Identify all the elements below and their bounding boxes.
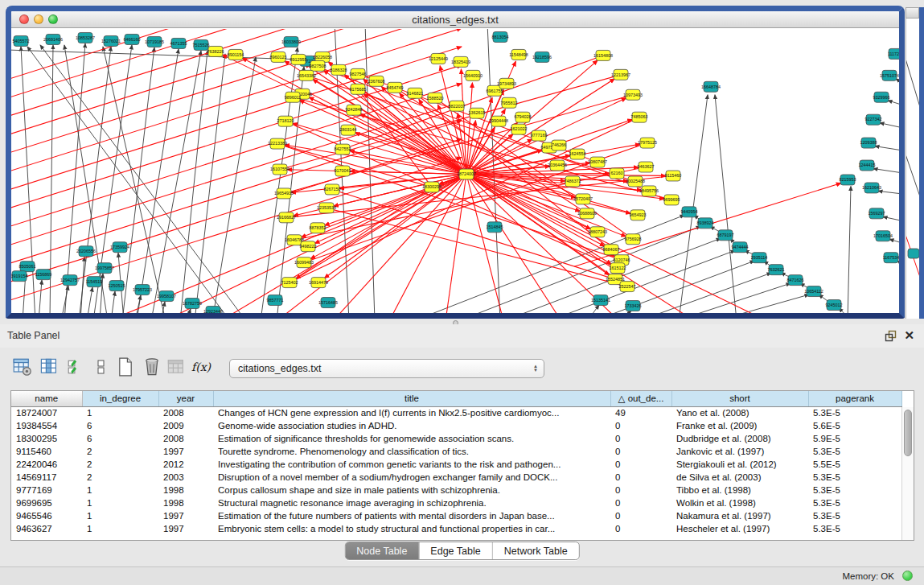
show-columns-icon[interactable] [38, 356, 60, 378]
table-cell[interactable]: 5.9E-5 [808, 432, 901, 445]
table-cell[interactable]: 2008 [158, 432, 213, 445]
table-cell[interactable]: 5.3E-5 [808, 406, 901, 419]
table-cell[interactable]: Yano et al. (2008) [671, 406, 808, 419]
table-cell[interactable]: 2003 [158, 471, 213, 484]
graph-edge[interactable] [880, 123, 899, 129]
table-cell[interactable]: 1997 [158, 509, 213, 522]
column-header-year[interactable]: year [158, 391, 213, 406]
table-cell[interactable]: Estimation of significance thresholds fo… [213, 432, 610, 445]
table-cell[interactable]: Corpus callosum shape and size in male p… [213, 484, 610, 496]
create-column-icon[interactable] [114, 356, 137, 378]
graph-edge[interactable] [40, 45, 246, 313]
graph-edge[interactable] [324, 174, 466, 278]
table-cell[interactable]: Franke et al. (2009) [671, 419, 808, 432]
table-cell[interactable]: Investigating the contribution of common… [213, 458, 610, 471]
table-row[interactable]: 1456911722003Disruption of a novel membe… [11, 471, 901, 484]
table-cell[interactable]: Structural magnetic resonance image aver… [213, 496, 610, 509]
graph-edge[interactable] [122, 47, 154, 313]
column-header-name[interactable]: name [11, 391, 82, 406]
table-row[interactable]: 946554611997Estimation of the future num… [11, 509, 901, 522]
graph-edge[interactable] [360, 113, 466, 174]
table-cell[interactable]: 19384554 [11, 419, 82, 432]
table-cell[interactable]: 14569117 [11, 471, 82, 484]
table-cell[interactable]: Embryonic stem cells: a model to study s… [213, 522, 610, 535]
table-cell[interactable]: 9465546 [11, 509, 82, 522]
table-cell[interactable]: 5.6E-5 [808, 419, 901, 432]
graph-edge[interactable] [889, 239, 899, 244]
table-cell[interactable]: 0 [610, 509, 671, 522]
graph-edge[interactable] [11, 139, 462, 283]
table-row[interactable]: 969969511998Structural magnetic resonanc… [11, 496, 901, 509]
table-cell[interactable]: 2 [82, 445, 158, 458]
table-cell[interactable]: 0 [610, 458, 671, 471]
table-cell[interactable]: Genome-wide association studies in ADHD. [213, 419, 610, 432]
column-header-out_de[interactable]: △ out_de... [610, 391, 671, 406]
table-cell[interactable]: 0 [610, 522, 671, 535]
graph-edge[interactable] [135, 295, 141, 313]
table-cell[interactable]: 22420046 [11, 458, 82, 471]
table-cell[interactable]: 0 [610, 471, 671, 484]
float-panel-icon[interactable] [885, 330, 897, 342]
column-header-in_degree[interactable]: in_degree [82, 391, 158, 406]
close-panel-icon[interactable]: ✕ [904, 328, 914, 343]
vertical-scrollbar[interactable] [901, 407, 914, 540]
table-cell[interactable]: 5.3E-5 [808, 522, 901, 535]
graph-edge[interactable] [878, 191, 899, 194]
table-cell[interactable]: 1 [82, 522, 158, 535]
table-cell[interactable]: 1 [82, 496, 158, 509]
table-cell[interactable]: 2012 [158, 458, 213, 471]
table-row[interactable]: 1830029562008Estimation of significance … [11, 432, 901, 445]
graph-edge[interactable] [64, 43, 85, 313]
graph-edge[interactable] [415, 93, 611, 249]
column-header-pagerank[interactable]: pagerank [808, 391, 901, 406]
graph-edge[interactable] [27, 47, 230, 313]
graph-edge[interactable] [639, 273, 771, 313]
table-cell[interactable]: 5.3E-5 [808, 496, 901, 509]
table-cell[interactable]: Tibbo et al. (1998) [671, 484, 808, 496]
table-cell[interactable]: Dudbridge et al. (2008) [671, 432, 808, 445]
table-cell[interactable]: 1 [82, 484, 158, 496]
graph-edge[interactable] [587, 305, 599, 313]
table-cell[interactable]: 1 [82, 509, 158, 522]
table-cell[interactable]: 2 [82, 458, 158, 471]
table-cell[interactable]: 9463627 [11, 522, 82, 535]
table-cell[interactable]: 5.5E-5 [808, 458, 901, 471]
table-cell[interactable]: Wolkin et al. (1998) [671, 496, 808, 509]
graph-edge[interactable] [848, 186, 851, 313]
table-cell[interactable]: 9699695 [11, 496, 82, 509]
table-cell[interactable]: 9115460 [11, 445, 82, 458]
table-cell[interactable]: 0 [610, 484, 671, 496]
graph-edge[interactable] [290, 187, 432, 282]
tab-edge-table[interactable]: Edge Table [418, 542, 491, 559]
table-cell[interactable]: 5.3E-5 [808, 471, 901, 484]
function-builder-icon[interactable]: f(x) [190, 356, 212, 378]
graph-edge[interactable] [466, 174, 611, 264]
table-cell[interactable]: Estimation of the future numbers of pati… [213, 509, 610, 522]
graph-edge[interactable] [137, 49, 179, 313]
select-all-icon[interactable] [64, 356, 87, 378]
graph-edge[interactable] [111, 291, 115, 313]
table-row[interactable]: 946362711997Embryonic stem cells: a mode… [11, 522, 901, 535]
graph-edge[interactable] [458, 226, 700, 313]
graph-edge[interactable] [883, 216, 899, 221]
network-canvas[interactable]: 5405572206914061085328715276021646616010… [11, 29, 899, 313]
table-selector-dropdown[interactable]: citations_edges.txt ▲▼ [229, 359, 544, 378]
table-cell[interactable]: 2009 [158, 419, 213, 432]
table-cell[interactable]: 0 [610, 432, 671, 445]
table-cell[interactable]: 1997 [158, 445, 213, 458]
tab-node-table[interactable]: Node Table [345, 542, 418, 559]
graph-edge[interactable] [715, 95, 737, 313]
table-cell[interactable]: 1998 [158, 484, 213, 496]
column-header-title[interactable]: title [213, 391, 610, 406]
scrollbar-thumb[interactable] [904, 410, 912, 456]
graph-edge[interactable] [716, 295, 809, 313]
graph-edge[interactable] [87, 287, 92, 313]
column-header-short[interactable]: short [671, 391, 808, 406]
table-cell[interactable]: 0 [610, 445, 671, 458]
table-row[interactable]: 977716911998Corpus callosum shape and si… [11, 484, 901, 496]
table-row[interactable]: 911546021997Tourette syndrome. Phenomeno… [11, 445, 901, 458]
table-cell[interactable]: 1998 [158, 496, 213, 509]
table-cell[interactable]: 0 [610, 419, 671, 432]
table-cell[interactable]: Stergiakouli et al. (2012) [671, 458, 808, 471]
graph-edge[interactable] [61, 286, 68, 313]
